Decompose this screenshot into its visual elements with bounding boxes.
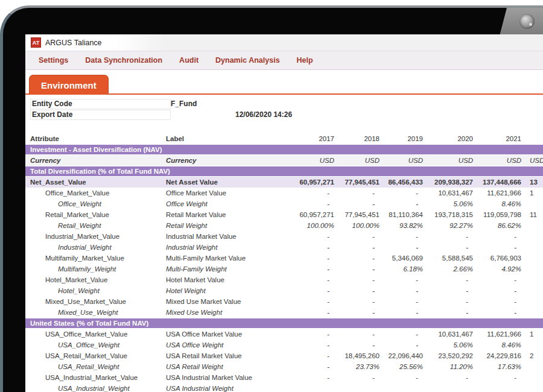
cell-value: - [281, 285, 338, 296]
cell-value: 209,938,327 [427, 177, 477, 188]
cell-value: - [281, 242, 338, 253]
cell-label: Industrial Market Value [166, 231, 281, 242]
camera-lens-icon [519, 14, 535, 29]
table-row: Industrial_WeightIndustrial Weight----- [25, 242, 543, 253]
cell-label: Retail Market Value [166, 209, 281, 220]
cell-value: - [477, 296, 525, 307]
table-header-row: Attribute Label 2017 2018 2019 2020 2021 [25, 133, 543, 144]
cell-value: - [281, 296, 338, 307]
column-header-year: 2018 [338, 133, 383, 144]
export-date-value: 12/06/2020 14:26 [235, 110, 292, 119]
cell-value: 5.06% [427, 340, 477, 350]
diversification-table: Attribute Label 2017 2018 2019 2020 2021… [25, 133, 543, 392]
table-row: Retail_Market_ValueRetail Market Value60… [25, 209, 543, 220]
cell-value: - [338, 307, 383, 318]
menu-item-settings[interactable]: Settings [30, 56, 77, 65]
cell-value-clipped [525, 285, 543, 296]
cell-value: USD [477, 155, 525, 166]
section-header-text: United States (% of Total Fund NAV) [25, 318, 543, 328]
cell-label: USA Retail Market Value [166, 350, 281, 361]
cell-value: 23,520,292 [427, 350, 477, 361]
cell-label: Industrial Weight [166, 242, 281, 253]
cell-value: 24,229,816 [477, 350, 525, 361]
column-header-year: 2019 [383, 133, 427, 144]
cell-value: 4.92% [477, 264, 525, 274]
cell-value: - [427, 242, 477, 253]
cell-value: - [281, 253, 338, 264]
cell-value: - [383, 307, 427, 318]
tab-environment[interactable]: Environment [29, 75, 109, 95]
menu-item-dynamic-analysis[interactable]: Dynamic Analysis [207, 56, 288, 65]
cell-value-clipped [525, 220, 543, 231]
cell-value: - [427, 307, 477, 318]
cell-value: - [427, 231, 477, 242]
section-header-text: Investment - Asset Diversification (NAV) [25, 145, 543, 154]
entity-code-row: Entity Code F_Fund [30, 98, 543, 109]
menu-item-audit[interactable]: Audit [171, 56, 207, 65]
info-panel: Entity Code F_Fund Export Date 12/06/202… [25, 95, 543, 120]
cell-value: 77,945,451 [338, 177, 383, 188]
cell-label: Hotel Market Value [166, 274, 281, 285]
cell-value: 193,718,315 [427, 209, 477, 220]
cell-label: USA Office Market Value [166, 329, 281, 340]
cell-value: - [281, 264, 338, 274]
cell-attribute: Industrial_Market_Value [25, 231, 166, 242]
cell-label: Multi-Family Market Value [166, 253, 281, 264]
cell-value: - [427, 372, 477, 383]
cell-value: 11.20% [427, 361, 477, 372]
cell-value: 8.46% [477, 340, 525, 350]
cell-label: Hotel Weight [166, 285, 281, 296]
cell-value-clipped [525, 198, 543, 209]
cell-value: - [281, 372, 338, 383]
cell-value: - [338, 264, 383, 274]
column-header-label: Label [166, 133, 281, 144]
cell-value-clipped [525, 253, 543, 264]
menu-item-data-synchronization[interactable]: Data Synchronization [77, 56, 171, 65]
cell-value: 2.66% [427, 264, 477, 274]
cell-value: 6.18% [383, 264, 427, 274]
menu-item-help[interactable]: Help [288, 56, 322, 65]
cell-label: USA Industrial Market Value [166, 372, 281, 383]
cell-value: - [338, 274, 383, 285]
cell-value: - [383, 329, 427, 340]
cell-attribute: USA_Retail_Market_Value [25, 350, 166, 361]
cell-value: 6,766,903 [477, 253, 525, 264]
table-row: Industrial_Market_ValueIndustrial Market… [25, 231, 543, 242]
cell-value-clipped: 11 [525, 209, 543, 220]
table-row: Mixed_Use_WeightMixed Use Weight----- [25, 307, 543, 318]
cell-value-clipped [525, 231, 543, 242]
cell-value: - [338, 372, 383, 383]
tab-strip: Environment [25, 75, 543, 95]
cell-value: - [281, 329, 338, 340]
cell-value: - [427, 296, 477, 307]
export-date-label: Export Date [30, 110, 171, 120]
cell-value: - [383, 242, 427, 253]
cell-attribute: Office_Market_Value [25, 188, 166, 198]
cell-value: - [477, 285, 525, 296]
section-header-row: United States (% of Total Fund NAV) [25, 318, 543, 329]
cell-value: 92.27% [427, 220, 477, 231]
column-header-year: 2017 [281, 133, 338, 144]
cell-value: 81,110,364 [383, 209, 427, 220]
cell-value: 60,957,271 [281, 177, 338, 188]
table-body: Investment - Asset Diversification (NAV)… [25, 144, 543, 392]
cell-value: - [477, 307, 525, 318]
cell-value: - [477, 274, 525, 285]
table-row: Office_Market_ValueOffice Market Value--… [25, 188, 543, 198]
cell-value [477, 383, 525, 392]
cell-value: - [427, 274, 477, 285]
cell-value [383, 383, 427, 392]
cell-value: 10,631,467 [427, 188, 477, 198]
cell-value: - [281, 231, 338, 242]
cell-value: - [383, 296, 427, 307]
cell-value: - [281, 340, 338, 350]
cell-value: - [338, 231, 383, 242]
cell-attribute: Multifamily_Weight [25, 264, 166, 274]
table-row: USA_Office_WeightUSA Office Weight---5.0… [25, 340, 543, 350]
cell-attribute: Hotel_Weight [25, 285, 166, 296]
cell-value: 60,957,271 [281, 209, 338, 220]
cell-value: - [383, 231, 427, 242]
cell-value-clipped: 1 [525, 329, 543, 340]
cell-value [338, 383, 383, 392]
menu-bar: Settings Data Synchronization Audit Dyna… [25, 51, 543, 70]
